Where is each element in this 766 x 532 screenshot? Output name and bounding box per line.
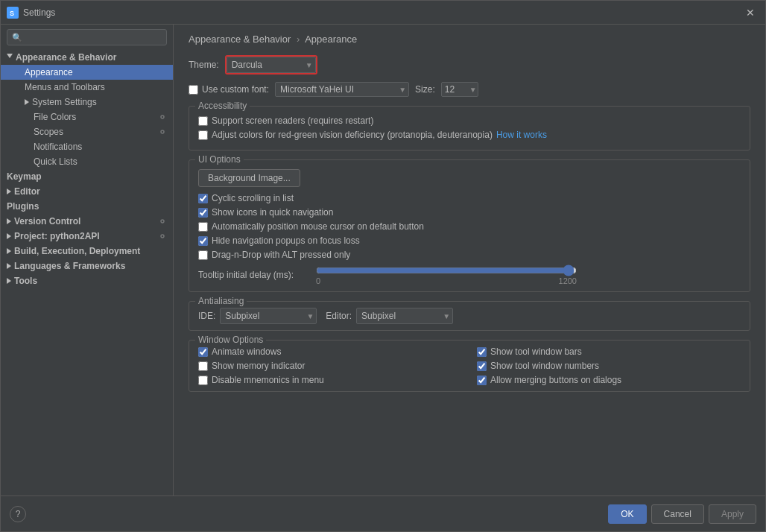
help-button[interactable]: ? xyxy=(10,506,26,522)
adjust-colors-label[interactable]: Adjust colors for red-green vision defic… xyxy=(198,130,493,140)
show-tool-window-bars-checkbox[interactable] xyxy=(477,347,487,357)
sidebar-item-project[interactable]: Project: python2API xyxy=(1,229,173,244)
apply-button[interactable]: Apply xyxy=(709,504,756,524)
main-content: 🔍 Appearance & Behavior Appearance Menus… xyxy=(1,25,765,495)
tooltip-delay-slider[interactable] xyxy=(316,265,577,276)
editor-antialias-select[interactable]: Subpixel Greyscale None xyxy=(356,308,453,324)
sidebar-item-keymap[interactable]: Keymap xyxy=(1,169,173,184)
sidebar-item-appearance-behavior[interactable]: Appearance & Behavior xyxy=(1,50,173,65)
sidebar-item-notifications[interactable]: Notifications xyxy=(1,139,173,154)
how-it-works-link[interactable]: How it works xyxy=(496,130,547,140)
animate-windows-checkbox[interactable] xyxy=(198,347,208,357)
close-button[interactable]: ✕ xyxy=(741,5,759,20)
bottom-bar: ? OK Cancel Apply xyxy=(1,495,765,531)
ui-options-title: UI Options xyxy=(195,154,244,165)
ide-antialias-group: IDE: Subpixel Greyscale None ▼ xyxy=(198,308,317,324)
theme-select[interactable]: Darcula IntelliJ High Contrast xyxy=(227,57,316,73)
main-panel: Appearance & Behavior › Appearance Theme… xyxy=(174,25,765,495)
sidebar-item-editor[interactable]: Editor xyxy=(1,184,173,199)
auto-position-row: Automatically position mouse cursor on d… xyxy=(198,221,741,232)
window-options-content: Animate windows Show tool window bars Sh… xyxy=(198,346,741,385)
custom-font-checkbox[interactable] xyxy=(189,85,198,95)
settings-window: S Settings ✕ 🔍 Appearance & Behavior App… xyxy=(0,0,766,532)
breadcrumb: Appearance & Behavior › Appearance xyxy=(189,34,750,45)
breadcrumb-part1: Appearance & Behavior xyxy=(189,34,291,45)
expand-icon xyxy=(7,248,11,254)
action-buttons: OK Cancel Apply xyxy=(608,504,756,524)
show-icons-checkbox[interactable] xyxy=(198,208,208,218)
ide-antialias-select[interactable]: Subpixel Greyscale None xyxy=(220,308,317,324)
size-input[interactable] xyxy=(441,82,478,97)
theme-label: Theme: xyxy=(189,60,219,70)
expand-icon xyxy=(7,189,11,194)
disable-mnemonics-checkbox[interactable] xyxy=(198,376,208,385)
disable-mnemonics-text: Disable mnemonics in menu xyxy=(212,375,324,385)
svg-point-3 xyxy=(161,130,164,133)
animate-windows-label[interactable]: Animate windows xyxy=(198,346,462,357)
settings-icon3 xyxy=(158,217,167,226)
disable-mnemonics-label[interactable]: Disable mnemonics in menu xyxy=(198,375,462,385)
cyclic-scrolling-label[interactable]: Cyclic scrolling in list xyxy=(198,193,294,203)
ui-options-group: UI Options Background Image... Cyclic sc… xyxy=(189,159,750,292)
sidebar-item-version-control[interactable]: Version Control xyxy=(1,214,173,229)
ok-button[interactable]: OK xyxy=(608,504,646,524)
size-dropdown-wrapper: ▼ xyxy=(441,82,478,97)
show-tool-window-numbers-checkbox[interactable] xyxy=(477,361,487,371)
sidebar-item-system-settings[interactable]: System Settings xyxy=(1,95,173,110)
drag-drop-label[interactable]: Drag-n-Drop with ALT pressed only xyxy=(198,250,350,260)
sidebar-item-file-colors[interactable]: File Colors xyxy=(1,110,173,124)
search-box[interactable]: 🔍 xyxy=(7,29,167,45)
sidebar-item-scopes[interactable]: Scopes xyxy=(1,124,173,139)
cancel-button[interactable]: Cancel xyxy=(651,504,704,524)
titlebar: S Settings ✕ xyxy=(1,1,765,25)
auto-position-checkbox[interactable] xyxy=(198,222,208,232)
show-icons-text: Show icons in quick navigation xyxy=(212,207,333,218)
breadcrumb-separator: › xyxy=(297,34,300,45)
hide-navigation-checkbox[interactable] xyxy=(198,236,208,246)
custom-font-row: Use custom font: Microsoft YaHei UI ▼ Si… xyxy=(189,82,750,97)
screen-readers-label[interactable]: Support screen readers (requires restart… xyxy=(198,115,373,126)
hide-navigation-label[interactable]: Hide navigation popups on focus loss xyxy=(198,235,360,246)
auto-position-label[interactable]: Automatically position mouse cursor on d… xyxy=(198,221,424,232)
show-icons-label[interactable]: Show icons in quick navigation xyxy=(198,207,333,218)
cyclic-scrolling-row: Cyclic scrolling in list xyxy=(198,193,741,203)
settings-icon xyxy=(158,113,167,121)
font-select[interactable]: Microsoft YaHei UI xyxy=(275,82,409,97)
drag-drop-checkbox[interactable] xyxy=(198,250,208,260)
hide-navigation-text: Hide navigation popups on focus loss xyxy=(212,235,360,246)
slider-minmax: 0 1200 xyxy=(316,276,577,285)
sidebar-item-appearance[interactable]: Appearance xyxy=(1,65,173,80)
sidebar-item-quick-lists[interactable]: Quick Lists xyxy=(1,154,173,169)
sidebar-item-tools[interactable]: Tools xyxy=(1,273,173,288)
show-tool-window-bars-label[interactable]: Show tool window bars xyxy=(477,346,741,357)
theme-row: Theme: Darcula IntelliJ High Contrast ▼ xyxy=(189,55,750,75)
custom-font-checkbox-label[interactable]: Use custom font: xyxy=(189,84,269,95)
allow-merging-label[interactable]: Allow merging buttons on dialogs xyxy=(477,375,741,385)
sidebar-item-plugins[interactable]: Plugins xyxy=(1,199,173,214)
accessibility-group: Accessibility Support screen readers (re… xyxy=(189,106,750,151)
cyclic-scrolling-checkbox[interactable] xyxy=(198,194,208,203)
expand-icon xyxy=(25,99,29,105)
svg-text:S: S xyxy=(10,10,14,17)
show-memory-indicator-label[interactable]: Show memory indicator xyxy=(198,361,462,371)
allow-merging-checkbox[interactable] xyxy=(477,376,487,385)
show-icons-row: Show icons in quick navigation xyxy=(198,207,741,218)
expand-icon xyxy=(7,54,13,61)
show-memory-indicator-checkbox[interactable] xyxy=(198,361,208,371)
breadcrumb-part2: Appearance xyxy=(305,34,357,45)
background-image-button[interactable]: Background Image... xyxy=(198,169,300,187)
screen-readers-checkbox[interactable] xyxy=(198,116,208,126)
sidebar-parent-label: Appearance & Behavior xyxy=(16,52,116,63)
sidebar-item-menus-toolbars[interactable]: Menus and Toolbars xyxy=(1,80,173,95)
search-input[interactable] xyxy=(25,32,162,42)
sidebar-item-languages[interactable]: Languages & Frameworks xyxy=(1,259,173,273)
show-tool-window-numbers-text: Show tool window numbers xyxy=(490,361,599,371)
drag-drop-text: Drag-n-Drop with ALT pressed only xyxy=(212,250,350,260)
sidebar-item-build[interactable]: Build, Execution, Deployment xyxy=(1,244,173,259)
show-tool-window-numbers-label[interactable]: Show tool window numbers xyxy=(477,361,741,371)
screen-readers-text: Support screen readers (requires restart… xyxy=(212,115,373,126)
window-options-title: Window Options xyxy=(195,335,266,345)
antialiasing-title: Antialiasing xyxy=(195,296,247,306)
adjust-colors-checkbox[interactable] xyxy=(198,130,208,140)
ui-options-content: Background Image... Cyclic scrolling in … xyxy=(198,166,741,285)
